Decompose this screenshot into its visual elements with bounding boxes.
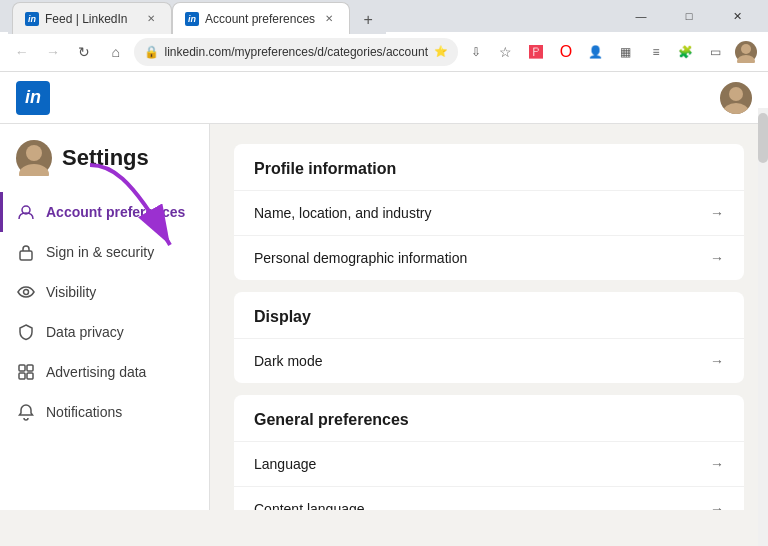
language-row[interactable]: Language → <box>234 442 744 487</box>
sidebar-label-privacy: Data privacy <box>46 324 124 340</box>
svg-rect-9 <box>19 365 25 371</box>
demographic-arrow: → <box>710 250 724 266</box>
tab-account-preferences[interactable]: in Account preferences ✕ <box>172 2 350 34</box>
dark-mode-label: Dark mode <box>254 353 322 369</box>
new-tab-button[interactable]: + <box>354 6 382 34</box>
demographic-label: Personal demographic information <box>254 250 467 266</box>
person-circle-icon <box>16 202 36 222</box>
tab-close-2[interactable]: ✕ <box>321 11 337 27</box>
dark-mode-row[interactable]: Dark mode → <box>234 339 744 383</box>
sidebar-button[interactable]: ▭ <box>702 38 730 66</box>
scrollbar-thumb[interactable] <box>758 113 768 163</box>
sidebar-item-advertising[interactable]: Advertising data <box>0 352 209 392</box>
svg-point-8 <box>24 290 29 295</box>
tab-close-1[interactable]: ✕ <box>143 11 159 27</box>
nav-bar: ← → ↻ ⌂ 🔒 linkedin.com/mypreferences/d/c… <box>0 32 768 72</box>
opera-icon[interactable]: O <box>552 38 580 66</box>
svg-point-2 <box>729 87 743 101</box>
content-language-row[interactable]: Content language → <box>234 487 744 510</box>
reload-button[interactable]: ↻ <box>71 38 98 66</box>
bookmark-button[interactable]: ☆ <box>492 38 520 66</box>
sidebar: Settings Account preferences Sign in & s… <box>0 124 210 510</box>
display-section: Display Dark mode → <box>234 292 744 383</box>
tab-favicon-2: in <box>185 12 199 26</box>
vpn-button[interactable]: 👤 <box>582 38 610 66</box>
name-location-label: Name, location, and industry <box>254 205 431 221</box>
name-location-arrow: → <box>710 205 724 221</box>
window-controls: — □ ✕ <box>618 0 760 32</box>
sidebar-item-signin[interactable]: Sign in & security <box>0 232 209 272</box>
lock-icon <box>16 242 36 262</box>
settings-icon[interactable]: ≡ <box>642 38 670 66</box>
url-text: linkedin.com/mypreferences/d/categories/… <box>165 45 428 59</box>
dark-mode-right: → <box>710 353 724 369</box>
sidebar-label-account: Account preferences <box>46 204 185 220</box>
svg-point-3 <box>723 103 749 114</box>
general-section: General preferences Language → Content l… <box>234 395 744 510</box>
address-bar[interactable]: 🔒 linkedin.com/mypreferences/d/categorie… <box>134 38 458 66</box>
maximize-button[interactable]: □ <box>666 0 712 32</box>
sidebar-label-signin: Sign in & security <box>46 244 154 260</box>
svg-point-4 <box>26 145 42 161</box>
svg-rect-10 <box>27 365 33 371</box>
linkedin-logo: in <box>16 81 50 115</box>
forward-button[interactable]: → <box>39 38 66 66</box>
avatar[interactable] <box>720 82 752 114</box>
svg-rect-7 <box>20 251 32 260</box>
tab-title-feed: Feed | LinkedIn <box>45 12 137 26</box>
svg-rect-12 <box>27 373 33 379</box>
language-arrow: → <box>710 456 724 472</box>
close-button[interactable]: ✕ <box>714 0 760 32</box>
extensions-button[interactable]: ⇩ <box>462 38 490 66</box>
puzzle-icon[interactable]: 🧩 <box>672 38 700 66</box>
app-header: in <box>0 72 768 124</box>
content-language-label: Content language <box>254 501 365 510</box>
svg-point-5 <box>19 164 49 176</box>
svg-point-0 <box>741 44 751 54</box>
sidebar-label-notifications: Notifications <box>46 404 122 420</box>
svg-rect-11 <box>19 373 25 379</box>
language-right: → <box>710 456 724 472</box>
scrollbar-track[interactable] <box>758 108 768 546</box>
sidebar-avatar <box>16 140 52 176</box>
browser-toolbar: ⇩ ☆ 🅿 O 👤 ▦ ≡ 🧩 ▭ <box>462 38 760 66</box>
main-content: Profile information Name, location, and … <box>210 124 768 510</box>
minimize-button[interactable]: — <box>618 0 664 32</box>
tab-favicon-1: in <box>25 12 39 26</box>
content-language-right: → <box>710 501 724 510</box>
eye-icon <box>16 282 36 302</box>
svg-point-1 <box>737 55 755 63</box>
profile-section: Profile information Name, location, and … <box>234 144 744 280</box>
sidebar-item-privacy[interactable]: Data privacy <box>0 312 209 352</box>
profile-section-header: Profile information <box>234 144 744 191</box>
sidebar-item-notifications[interactable]: Notifications <box>0 392 209 432</box>
back-button[interactable]: ← <box>8 38 35 66</box>
profile-button[interactable] <box>732 38 760 66</box>
settings-title: Settings <box>62 145 149 171</box>
home-button[interactable]: ⌂ <box>102 38 129 66</box>
general-section-header: General preferences <box>234 395 744 442</box>
demographic-right: → <box>710 250 724 266</box>
sidebar-item-account[interactable]: Account preferences <box>0 192 209 232</box>
dark-mode-arrow: → <box>710 353 724 369</box>
language-label: Language <box>254 456 316 472</box>
tab-feed[interactable]: in Feed | LinkedIn ✕ <box>12 2 172 34</box>
shield-icon <box>16 322 36 342</box>
name-location-right: → <box>710 205 724 221</box>
sidebar-item-visibility[interactable]: Visibility <box>0 272 209 312</box>
header-right <box>720 82 752 114</box>
pocket-button[interactable]: 🅿 <box>522 38 550 66</box>
sidebar-header: Settings <box>0 140 209 192</box>
grid-icon <box>16 362 36 382</box>
display-section-header: Display <box>234 292 744 339</box>
wallet-button[interactable]: ▦ <box>612 38 640 66</box>
bell-icon <box>16 402 36 422</box>
sidebar-label-advertising: Advertising data <box>46 364 146 380</box>
demographic-row[interactable]: Personal demographic information → <box>234 236 744 280</box>
title-bar: in Feed | LinkedIn ✕ in Account preferen… <box>0 0 768 32</box>
sidebar-label-visibility: Visibility <box>46 284 96 300</box>
tab-title-account: Account preferences <box>205 12 315 26</box>
name-location-row[interactable]: Name, location, and industry → <box>234 191 744 236</box>
content-language-arrow: → <box>710 501 724 510</box>
